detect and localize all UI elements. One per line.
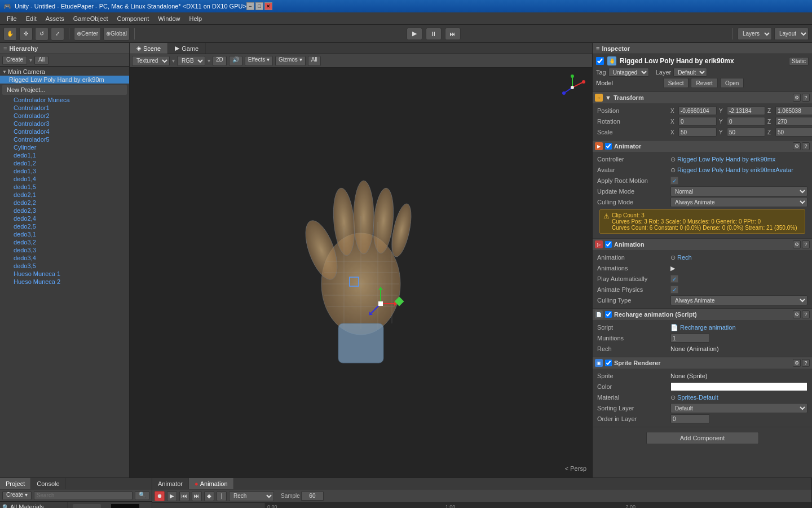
transform-header[interactable]: ↔ ▼ Transform ⚙ ? [593, 92, 812, 103]
asset-materials[interactable]: 📁 Materials [70, 504, 104, 508]
pos-x-input[interactable] [678, 106, 717, 115]
tab-animation[interactable]: ● Animation [189, 478, 234, 489]
recharge-help-btn[interactable]: ? [802, 310, 810, 318]
sprite-checkbox[interactable] [605, 360, 612, 366]
anim-add-event-button[interactable]: | [217, 491, 227, 501]
pause-button[interactable]: ⏸ [426, 28, 442, 40]
hierarchy-item-dedo33[interactable]: dedo3,3 [0, 246, 129, 254]
scene-view[interactable]: < Persp [130, 68, 592, 478]
hierarchy-item-controlador3[interactable]: Controlador3 [0, 120, 129, 128]
revert-btn[interactable]: Revert [691, 78, 717, 88]
sprite-header[interactable]: ▣ Sprite Renderer ⚙ ? [593, 357, 812, 369]
hierarchy-item-dedo21[interactable]: dedo2,1 [0, 191, 129, 199]
tab-console[interactable]: Console [31, 478, 65, 489]
clip-select[interactable]: Rech [229, 491, 274, 501]
hierarchy-item-dedo34[interactable]: dedo3,4 [0, 254, 129, 262]
toolbar-rotate-tool[interactable]: ↺ [35, 27, 48, 41]
hierarchy-item-dedo11[interactable]: dedo1,1 [0, 151, 129, 159]
avatar-val[interactable]: ⊙ Rigged Low Poly Hand by erik90mxAvatar [670, 167, 807, 174]
tab-game[interactable]: ▶ Game [168, 43, 206, 54]
step-button[interactable]: ⏭ [445, 28, 461, 40]
menu-gameobject[interactable]: GameObject [69, 14, 113, 23]
add-component-button[interactable]: Add Component [646, 432, 759, 444]
menu-component[interactable]: Component [112, 14, 153, 23]
animation-clip-val[interactable]: ⊙ Rech [670, 254, 807, 261]
proj-search-btn[interactable]: 🔍 [135, 491, 149, 500]
anim-prev-frame-button[interactable]: ⏮ [179, 491, 189, 501]
color-swatch[interactable] [670, 382, 807, 391]
recharge-settings-btn[interactable]: ⚙ [793, 310, 801, 318]
scale-z-input[interactable] [775, 128, 812, 137]
script-val[interactable]: 📄 Recharge animation [670, 324, 807, 331]
hierarchy-create-btn[interactable]: Create [2, 56, 27, 65]
tab-animator[interactable]: Animator [152, 478, 189, 489]
layout-dropdown[interactable]: Layout [774, 28, 809, 40]
scale-x-input[interactable] [678, 128, 717, 137]
hierarchy-item-dedo22[interactable]: dedo2,2 [0, 199, 129, 207]
hierarchy-all-btn[interactable]: All [34, 56, 48, 65]
sprite-help-btn[interactable]: ? [802, 359, 810, 367]
apply-root-motion-checkbox[interactable]: ✓ [670, 177, 678, 185]
play-auto-checkbox[interactable]: ✓ [670, 275, 678, 283]
anim-add-keyframe-button[interactable]: ◆ [204, 491, 214, 501]
animations-expand[interactable]: ▶ [670, 265, 807, 272]
controller-val[interactable]: ⊙ Rigged Low Poly Hand by erik90mx [670, 156, 807, 163]
proj-all-materials[interactable]: 🔍 All Materials [0, 503, 67, 508]
play-button[interactable]: ▶ [407, 28, 422, 40]
hierarchy-item-dedo15[interactable]: dedo1,5 [0, 183, 129, 191]
animation-help-btn[interactable]: ? [802, 240, 810, 248]
recharge-header[interactable]: 📄 Recharge animation (Script) ⚙ ? [593, 309, 812, 320]
hierarchy-item-controlador5[interactable]: Controlador5 [0, 135, 129, 143]
animation-checkbox[interactable] [605, 241, 612, 248]
toolbar-move-tool[interactable]: ✜ [19, 27, 33, 41]
transform-help-btn[interactable]: ? [802, 94, 810, 102]
layer-select[interactable]: Default [673, 68, 707, 77]
pos-y-input[interactable] [727, 106, 765, 115]
hierarchy-item-hueso1[interactable]: Hueso Muneca 1 [0, 270, 129, 278]
hierarchy-item-controlador4[interactable]: Controlador4 [0, 128, 129, 135]
project-search-input[interactable] [34, 491, 133, 500]
gizmos-btn[interactable]: Gizmos ▾ [275, 56, 306, 66]
hierarchy-item-dedo25[interactable]: dedo2,5 [0, 222, 129, 230]
anim-play-button[interactable]: ▶ [167, 491, 177, 501]
open-btn[interactable]: Open [720, 78, 744, 88]
close-button[interactable]: ✕ [264, 2, 272, 10]
hierarchy-item-hueso2[interactable]: Hueso Muneca 2 [0, 278, 129, 286]
animate-physics-checkbox[interactable]: ✓ [670, 286, 678, 294]
animator-checkbox[interactable] [605, 143, 612, 150]
tab-project[interactable]: Project [0, 478, 31, 489]
color-mode-select[interactable]: RGB [177, 56, 205, 66]
transform-settings-btn[interactable]: ⚙ [793, 94, 801, 102]
animator-header[interactable]: ▶ Animator ⚙ ? [593, 141, 812, 152]
hierarchy-item-dedo31[interactable]: dedo3,1 [0, 230, 129, 238]
hierarchy-item-controlador1[interactable]: Controlador1 [0, 104, 129, 112]
culling-type-select[interactable]: Always Animate [670, 295, 807, 305]
2d-btn[interactable]: 2D [213, 56, 227, 66]
toolbar-pivot-btn[interactable]: ⊕ Center [74, 27, 101, 41]
animation-header[interactable]: ▷ Animation ⚙ ? [593, 239, 812, 250]
rot-x-input[interactable] [678, 117, 717, 126]
minimize-button[interactable]: − [246, 2, 254, 10]
hierarchy-item-selected[interactable]: Rigged Low Poly Hand by erik90m [0, 76, 129, 84]
layers-dropdown[interactable]: Layers [738, 28, 772, 40]
hierarchy-item-controlador2[interactable]: Controlador2 [0, 112, 129, 120]
maximize-button[interactable]: □ [255, 2, 263, 10]
rot-y-input[interactable] [727, 117, 765, 126]
sorting-layer-select[interactable]: Default [670, 403, 807, 413]
asset-video[interactable]: ▶ [108, 504, 142, 508]
hierarchy-new-project[interactable]: New Project... [2, 85, 127, 95]
hierarchy-item-dedo12[interactable]: dedo1,2 [0, 159, 129, 167]
hierarchy-item-cylinder[interactable]: Cylinder [0, 143, 129, 151]
hierarchy-item-dedo24[interactable]: dedo2,4 [0, 214, 129, 222]
record-button[interactable]: ⏺ [155, 491, 165, 501]
project-create-btn[interactable]: Create ▾ [2, 491, 32, 500]
munitions-input[interactable] [670, 334, 710, 343]
toolbar-space-btn[interactable]: ⊕ Global [103, 27, 130, 41]
sample-input[interactable] [301, 492, 324, 501]
select-btn[interactable]: Select [663, 78, 689, 88]
menu-edit[interactable]: Edit [21, 14, 41, 23]
tag-select[interactable]: Untagged [608, 68, 649, 77]
pos-z-input[interactable] [775, 106, 812, 115]
object-active-checkbox[interactable] [596, 57, 604, 65]
order-input[interactable] [670, 414, 710, 423]
